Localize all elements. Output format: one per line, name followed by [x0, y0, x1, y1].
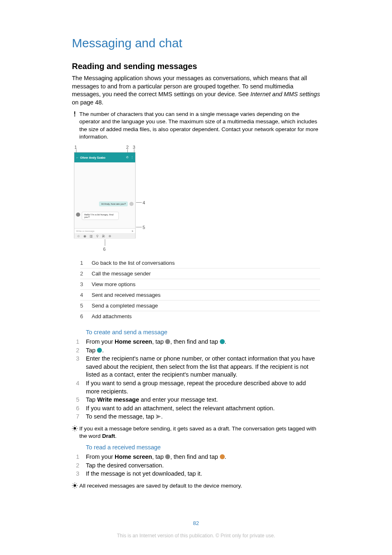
procedure-2-steps: 1 From your Home screen, tap , then find… [72, 453, 320, 478]
t: To send the message, tap [86, 413, 156, 420]
messaging-icon [220, 454, 225, 459]
step-text: Tap Write message and enter your message… [86, 396, 320, 404]
callout-6: 6 [103, 247, 106, 252]
attachment-toolbar: ☺ ◉ ▥ ⚲ 🎤︎ ⊕ [74, 233, 135, 239]
step-text: If the message is not yet downloaded, ta… [86, 470, 320, 478]
step-row: 2 Tap the desired conversation. [72, 462, 320, 470]
step-number: 2 [72, 462, 79, 470]
gallery-icon: ▥ [90, 234, 93, 238]
mic-icon: 🎤︎ [102, 234, 105, 238]
procedure-1-heading: To create and send a message [86, 329, 320, 335]
step-number: 4 [72, 379, 79, 395]
step-number: 1 [72, 338, 79, 346]
figure-legend: 1 Go back to the list of conversations 2… [80, 258, 320, 321]
sender-avatar [129, 202, 134, 206]
apps-icon [165, 339, 170, 344]
home-screen-label: Home screen [115, 453, 152, 460]
page-number: 82 [0, 520, 392, 526]
legend-text: Go back to the list of conversations [92, 260, 175, 266]
legend-text: Add attachments [92, 313, 132, 319]
tip-2: All received messages are saved by defau… [72, 482, 320, 490]
t: . [102, 347, 104, 354]
t: . [115, 433, 117, 439]
step-text: If you want to send a group message, rep… [86, 379, 320, 395]
legend-text: Send a completed message [92, 303, 158, 309]
legend-row: 5 Send a completed message [80, 301, 320, 311]
step-text: Enter the recipient's name or phone numb… [86, 355, 320, 379]
legend-row: 6 Add attachments [80, 311, 320, 321]
step-number: 5 [72, 396, 79, 404]
legend-num: 2 [80, 271, 92, 277]
tip-text: All received messages are saved by defau… [79, 482, 242, 490]
step-number: 1 [72, 453, 79, 461]
svg-line-8 [76, 426, 77, 427]
step-number: 6 [72, 405, 79, 413]
tip-icon [72, 482, 78, 489]
message-area: Hi Andy, how are you? Hello! I'm a bit h… [74, 162, 135, 228]
legend-row: 1 Go back to the list of conversations [80, 258, 320, 268]
conversation-header: ← Oliver Andy Szabo ✆ ⋮ [74, 153, 135, 162]
tip-1: If you exit a message before sending, it… [72, 425, 320, 440]
step-text: To send the message, tap . [86, 413, 320, 421]
t: . [225, 338, 226, 345]
step-row: 6 If you want to add an attachment, sele… [72, 405, 320, 413]
t: and enter your message text. [139, 396, 218, 403]
apps-icon [165, 454, 170, 459]
compose-icon [97, 348, 102, 353]
legend-num: 4 [80, 292, 92, 298]
step-row: 4 If you want to send a group message, r… [72, 379, 320, 395]
more-attach-icon: ⊕ [108, 234, 111, 238]
legend-row: 2 Call the message sender [80, 268, 320, 279]
step-number: 3 [72, 355, 79, 379]
input-placeholder: Write a message [76, 230, 95, 232]
section-heading: Reading and sending messages [72, 62, 320, 71]
procedure-2-heading: To read a received message [86, 444, 320, 451]
legend-num: 1 [80, 260, 92, 266]
settings-link: Internet and MMS settings [250, 91, 320, 97]
call-icon: ✆ [126, 156, 129, 159]
step-text: Tap . [86, 347, 320, 355]
tip-icon [72, 425, 78, 432]
svg-line-15 [76, 487, 77, 487]
t: Tap [86, 396, 97, 403]
recipient-avatar [76, 213, 80, 217]
svg-line-16 [73, 487, 73, 487]
page-title: Messaging and chat [72, 36, 320, 50]
step-row: 2 Tap . [72, 347, 320, 355]
sent-bubble: Hello! I'm a bit hungry. And you? [82, 212, 119, 220]
tip-text: If you exit a message before sending, it… [79, 425, 320, 440]
t: , tap [152, 338, 165, 345]
step-text: Tap the desired conversation. [86, 462, 320, 470]
svg-line-5 [73, 426, 73, 427]
callout-4: 4 [143, 200, 145, 205]
back-icon: ← [76, 156, 79, 159]
t: Tap [86, 347, 97, 354]
message-input-row: Write a message ➤ [74, 228, 135, 233]
home-screen-label: Home screen [115, 338, 152, 345]
footer-text: This is an Internet version of this publ… [0, 533, 392, 539]
contact-name: Oliver Andy Szabo [80, 156, 106, 159]
svg-line-17 [76, 483, 77, 484]
callout-5: 5 [143, 225, 145, 230]
legend-row: 4 Sent and received messages [80, 290, 320, 301]
legend-row: 3 View more options [80, 279, 320, 290]
warning-text: The number of characters that you can se… [79, 111, 320, 141]
step-row: 3 If the message is not yet downloaded, … [72, 470, 320, 478]
step-number: 2 [72, 347, 79, 355]
t: , tap [152, 453, 165, 460]
t: . [225, 453, 226, 460]
location-icon: ⚲ [96, 234, 99, 238]
legend-text: Call the message sender [92, 271, 151, 277]
legend-num: 5 [80, 303, 92, 309]
step-text: If you want to add an attachment, select… [86, 405, 320, 413]
svg-line-6 [76, 430, 77, 430]
svg-line-14 [73, 483, 73, 484]
step-row: 1 From your Home screen, tap , then find… [72, 338, 320, 346]
step-text: From your Home screen, tap , then find a… [86, 338, 320, 346]
procedure-1-steps: 1 From your Home screen, tap , then find… [72, 338, 320, 421]
intro-text-2: on page 48. [72, 99, 104, 106]
t: . [161, 413, 163, 420]
step-text: From your Home screen, tap , then find a… [86, 453, 320, 461]
warning-note: ! The number of characters that you can … [72, 111, 320, 141]
legend-text: View more options [92, 281, 136, 287]
